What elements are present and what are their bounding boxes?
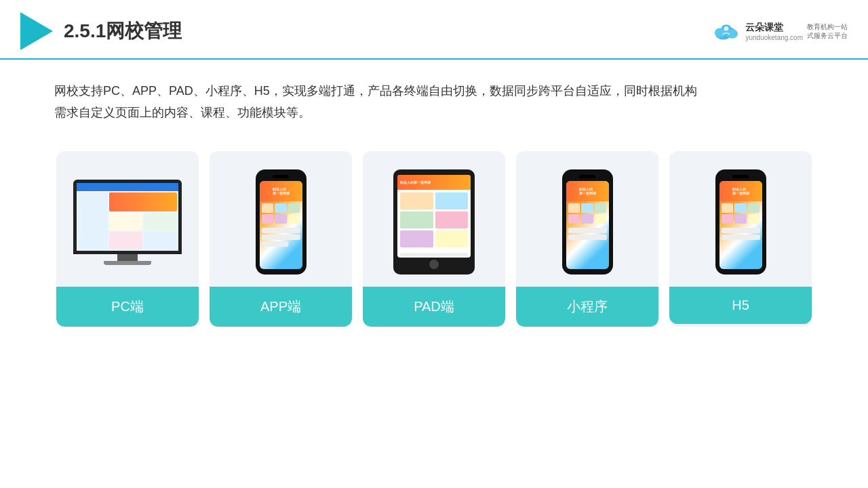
pc-grid-item: [109, 213, 142, 230]
card-miniprogram-image: 职达人的第一堂网课: [516, 151, 658, 287]
tablet-list-item: [400, 253, 468, 257]
phone-screen: 职达人的第一堂网课: [260, 181, 302, 269]
pc-banner: [109, 192, 177, 211]
phone-grid-item: [275, 214, 287, 224]
phone-grid-item: [288, 214, 300, 224]
pc-screen-outer: [73, 180, 182, 254]
tablet-grid-item: [400, 192, 433, 209]
pc-stand: [117, 254, 138, 261]
pc-screen-content: [77, 183, 178, 251]
tablet-home-button: [429, 260, 439, 269]
tablet-grid: [397, 190, 471, 250]
card-miniprogram-label: 小程序: [516, 287, 658, 327]
phone-list: [260, 226, 302, 249]
phone-h5-grid-item: [734, 203, 747, 213]
tablet-screen: 职达人的第一堂网课: [397, 175, 471, 258]
cards-container: PC端 职达人的第一堂网课: [0, 138, 868, 327]
phone-h5-grid-item: [748, 214, 760, 224]
header-right: 云朵课堂 yunduoketang.com 教育机构一站 式服务云平台: [711, 21, 848, 41]
card-pc-image: [56, 151, 199, 287]
phone-h5-screen: 职达人的第一堂网课: [719, 181, 762, 269]
phone-h5-list-item: [722, 228, 760, 233]
card-pc: PC端: [56, 151, 199, 327]
phone-h5-mockup: 职达人的第一堂网课: [715, 169, 766, 274]
header: 2.5.1网校管理 云朵课堂 yunduoketang.com 教育机构一站 式…: [0, 0, 868, 60]
tablet-grid-item: [435, 211, 469, 228]
phone-grid-item: [275, 203, 287, 213]
svg-point-5: [724, 26, 729, 31]
phone-mini-grid-item: [568, 214, 580, 224]
tablet-top-bar: 职达人的第一堂网课: [397, 175, 471, 190]
phone-h5-grid-item: [722, 214, 734, 224]
header-left: 2.5.1网校管理: [20, 12, 182, 50]
phone-h5-notch: [732, 175, 749, 178]
phone-mini-banner: 职达人的第一堂网课: [566, 181, 609, 201]
brand-name: 云朵课堂 yunduoketang.com: [745, 22, 803, 41]
brand-text: 云朵课堂: [745, 22, 803, 34]
cloud-icon: [711, 21, 741, 41]
tablet-screen-content: 职达人的第一堂网课: [397, 175, 471, 258]
description: 网校支持PC、APP、PAD、小程序、H5，实现多端打通，产品各终端自由切换，数…: [0, 60, 868, 138]
phone-h5-grid-item: [734, 214, 747, 224]
phone-list-item: [262, 228, 300, 233]
pc-main: [109, 192, 177, 249]
phone-mini-notch: [579, 175, 595, 178]
phone-h5-grid-item: [748, 203, 760, 213]
phone-mini-list-item: [568, 235, 607, 240]
card-h5-image: 职达人的第一堂网课: [669, 151, 812, 287]
phone-mini-list-item: [568, 228, 607, 233]
phone-mini-grid-item: [581, 203, 593, 213]
phone-list-item: [262, 235, 300, 240]
tablet-grid-item: [400, 230, 433, 247]
pc-grid-item: [144, 232, 177, 249]
pc-mockup: [70, 180, 185, 265]
phone-h5-grid-item: [722, 203, 734, 213]
phone-grid-item: [262, 214, 274, 224]
phone-mini-grid-item: [581, 214, 593, 224]
tablet-banner-text: 职达人的第一堂网课: [400, 180, 431, 184]
card-app: 职达人的第一堂网课: [210, 151, 352, 327]
phone-mini-grid: [566, 201, 609, 226]
phone-mini-screen: 职达人的第一堂网课: [566, 181, 609, 269]
logo-triangle-icon: [20, 12, 53, 50]
card-pc-label: PC端: [56, 287, 199, 327]
brand-subtitle: 教育机构一站 式服务云平台: [807, 22, 848, 40]
brand-url: yunduoketang.com: [745, 34, 803, 41]
phone-h5-grid: [719, 201, 762, 226]
card-pad-label: PAD端: [363, 287, 505, 327]
description-text-2: 需求自定义页面上的内容、课程、功能模块等。: [54, 102, 814, 123]
card-h5: 职达人的第一堂网课 H5: [669, 151, 812, 327]
phone-h5-list: [719, 226, 762, 242]
phone-mini-mockup: 职达人的第一堂网课: [562, 169, 613, 274]
pc-grid-item: [144, 213, 177, 230]
tablet-grid-item: [435, 230, 469, 247]
tablet-grid-item: [400, 211, 433, 228]
pc-grid-item: [109, 232, 142, 249]
pc-grid: [109, 213, 177, 249]
phone-app-mockup: 职达人的第一堂网课: [256, 169, 307, 274]
phone-list-item: [262, 241, 289, 247]
page-title: 2.5.1网校管理: [64, 18, 182, 44]
brand-logo: 云朵课堂 yunduoketang.com 教育机构一站 式服务云平台: [711, 21, 848, 41]
phone-h5-banner: 职达人的第一堂网课: [719, 181, 762, 201]
tablet-mockup: 职达人的第一堂网课: [393, 169, 475, 274]
svg-point-4: [726, 29, 738, 39]
tablet-list: [397, 250, 471, 258]
phone-mini-grid-item: [595, 203, 607, 213]
card-app-label: APP端: [210, 287, 352, 327]
tablet-grid-item: [435, 192, 469, 209]
phone-notch: [273, 175, 289, 178]
card-h5-label: H5: [669, 287, 812, 324]
phone-grid-item: [288, 203, 300, 213]
card-app-image: 职达人的第一堂网课: [210, 151, 352, 287]
phone-banner: 职达人的第一堂网课: [260, 181, 302, 201]
card-pad-image: 职达人的第一堂网课: [363, 151, 505, 287]
phone-mini-grid-item: [568, 203, 580, 213]
pc-layout: [77, 191, 178, 251]
pc-base: [104, 261, 151, 265]
phone-mini-grid-item: [595, 214, 607, 224]
card-pad: 职达人的第一堂网课: [363, 151, 505, 327]
phone-mini-list: [566, 226, 609, 242]
phone-h5-list-item: [722, 235, 760, 240]
card-miniprogram: 职达人的第一堂网课 小程序: [516, 151, 658, 327]
